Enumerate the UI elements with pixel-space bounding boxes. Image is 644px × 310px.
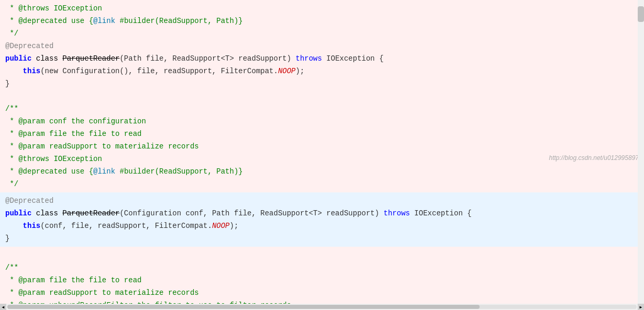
code-token: } bbox=[5, 79, 9, 88]
code-token: IOException bbox=[49, 4, 102, 13]
code-token: conf the configuration bbox=[45, 117, 146, 125]
code-line bbox=[0, 249, 644, 261]
code-line: * @throws IOException bbox=[0, 153, 644, 165]
code-token: @param bbox=[18, 142, 45, 151]
code-token: @param bbox=[18, 289, 45, 297]
code-token: * bbox=[5, 117, 18, 125]
code-line: * @deprecated use {@link #builder(ReadSu… bbox=[0, 15, 644, 27]
code-token: IOException { bbox=[410, 209, 472, 217]
code-token: @param bbox=[18, 130, 45, 138]
code-line: } bbox=[0, 232, 644, 245]
code-line: */ bbox=[0, 178, 644, 190]
code-line: @Deprecated bbox=[0, 40, 644, 52]
code-line: this(conf, file, readSupport, FilterComp… bbox=[0, 220, 644, 232]
code-token: * bbox=[5, 276, 18, 284]
scrollbar-thumb-vertical[interactable] bbox=[638, 6, 644, 22]
code-line: } bbox=[0, 77, 644, 90]
code-token: @Deprecated bbox=[5, 42, 53, 50]
code-token: #builder(ReadSupport, Path)} bbox=[115, 17, 243, 25]
code-section: * @throws IOException * @deprecated use … bbox=[0, 0, 644, 192]
code-line: @Deprecated bbox=[0, 194, 644, 207]
code-token: #builder(ReadSupport, Path)} bbox=[115, 167, 243, 176]
code-token: IOException bbox=[49, 155, 102, 163]
code-token: */ bbox=[5, 180, 18, 188]
code-line bbox=[0, 90, 644, 102]
code-token: throws bbox=[384, 209, 410, 217]
code-section: /** * @param file the file to read * @pa… bbox=[0, 247, 644, 310]
code-token: * bbox=[5, 17, 18, 25]
code-token: * bbox=[5, 167, 18, 176]
code-line: */ bbox=[0, 27, 644, 40]
code-token: /** bbox=[5, 263, 18, 272]
code-line: * @param readSupport to materialize reco… bbox=[0, 140, 644, 153]
code-token: @link bbox=[93, 167, 115, 176]
code-token: class bbox=[36, 209, 58, 217]
scroll-right-arrow[interactable]: ▶ bbox=[638, 304, 644, 310]
code-line: * @param readSupport to materialize reco… bbox=[0, 286, 644, 299]
code-token: public bbox=[5, 54, 36, 63]
code-section: @Deprecatedpublic class ParquetReader(Co… bbox=[0, 192, 644, 247]
code-token: use { bbox=[67, 17, 93, 25]
scrollbar-track[interactable] bbox=[7, 305, 637, 309]
code-token: (conf, file, readSupport, FilterCompat. bbox=[40, 222, 212, 230]
code-token: @throws bbox=[18, 155, 49, 163]
code-token bbox=[58, 209, 62, 217]
code-token: @param bbox=[18, 276, 45, 284]
code-viewer: * @throws IOException * @deprecated use … bbox=[0, 0, 644, 310]
code-token: readSupport to materialize records bbox=[45, 142, 199, 151]
code-token: public bbox=[5, 209, 36, 217]
code-token: NOOP bbox=[212, 222, 230, 230]
code-token: * bbox=[5, 130, 18, 138]
horizontal-scrollbar[interactable]: ◀ ▶ bbox=[0, 304, 644, 310]
code-token: * bbox=[5, 4, 18, 13]
code-token bbox=[5, 222, 23, 230]
code-content: * @throws IOException * @deprecated use … bbox=[0, 0, 644, 310]
code-token: * bbox=[5, 142, 18, 151]
code-line: * @param conf the configuration bbox=[0, 115, 644, 128]
code-line: public class ParquetReader(Configuration… bbox=[0, 207, 644, 220]
code-token bbox=[5, 67, 23, 75]
code-token: throws bbox=[296, 54, 322, 63]
code-token: (Path file, ReadSupport<T> readSupport) bbox=[119, 54, 295, 63]
code-line: /** bbox=[0, 102, 644, 115]
code-token: readSupport to materialize records bbox=[45, 289, 199, 297]
code-token: file the file to read bbox=[45, 276, 142, 284]
code-token: @deprecated bbox=[18, 167, 66, 176]
code-token: @throws bbox=[18, 4, 49, 13]
code-token: IOException { bbox=[322, 54, 384, 63]
vertical-scrollbar[interactable] bbox=[638, 0, 644, 304]
code-token: NOOP bbox=[278, 67, 296, 75]
code-token: /** bbox=[5, 105, 18, 113]
code-token: ParquetReader bbox=[62, 209, 119, 217]
code-token: this bbox=[23, 222, 41, 230]
code-token: } bbox=[5, 234, 9, 243]
code-line: * @param file the file to read bbox=[0, 274, 644, 286]
code-token: ParquetReader bbox=[62, 54, 119, 63]
code-line: * @deprecated use {@link #builder(ReadSu… bbox=[0, 165, 644, 178]
code-token bbox=[58, 54, 62, 63]
code-token: @Deprecated bbox=[5, 197, 53, 205]
code-line: /** bbox=[0, 261, 644, 274]
code-token: use { bbox=[67, 167, 93, 176]
code-token: * bbox=[5, 155, 18, 163]
code-token: ); bbox=[296, 67, 305, 75]
scrollbar-thumb-horizontal[interactable] bbox=[7, 305, 480, 309]
code-token: class bbox=[36, 54, 58, 63]
code-line: * @param file the file to read bbox=[0, 128, 644, 140]
code-line: * @throws IOException bbox=[0, 2, 644, 15]
code-token: @param bbox=[18, 117, 45, 125]
code-token: (new Configuration(), file, readSupport,… bbox=[40, 67, 278, 75]
scroll-left-arrow[interactable]: ◀ bbox=[0, 304, 6, 310]
code-token: this bbox=[23, 67, 41, 75]
code-token: (Configuration conf, Path file, ReadSupp… bbox=[119, 209, 383, 217]
code-token: @deprecated bbox=[18, 17, 66, 25]
code-line: this(new Configuration(), file, readSupp… bbox=[0, 65, 644, 77]
code-token: */ bbox=[5, 29, 18, 38]
code-line: public class ParquetReader(Path file, Re… bbox=[0, 52, 644, 65]
watermark: http://blog.csdn.net/u012995897 bbox=[549, 154, 639, 162]
code-token: @link bbox=[93, 17, 115, 25]
code-token: ); bbox=[229, 222, 238, 230]
code-token: file the file to read bbox=[45, 130, 142, 138]
code-token: * bbox=[5, 289, 18, 297]
